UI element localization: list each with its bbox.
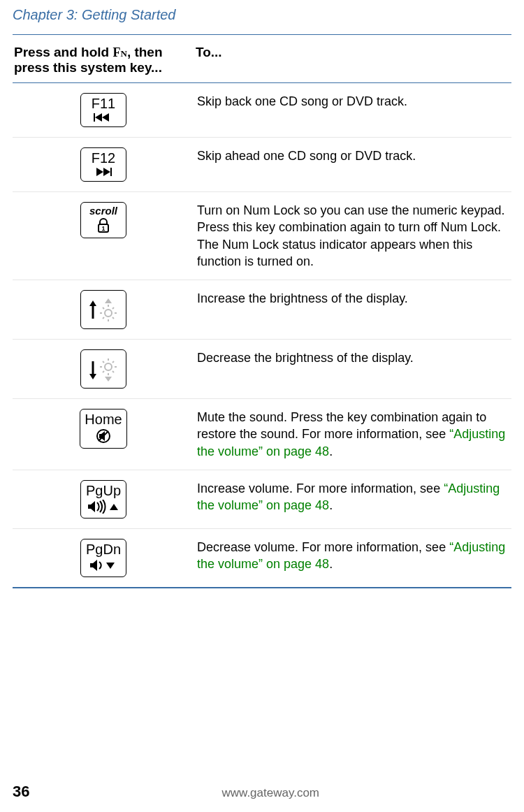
keycap-pgdn: PgDn	[80, 539, 126, 577]
keycap-scroll: scroll 1	[80, 202, 126, 238]
svg-line-30	[112, 371, 114, 372]
svg-marker-10	[105, 298, 112, 303]
key-description: Turn on Num Lock so you can use the nume…	[194, 192, 511, 280]
page-number: 36	[13, 783, 29, 801]
brightness-up-icon	[85, 298, 122, 323]
key-description: Increase the brightness of the display.	[194, 280, 511, 340]
fn-key-table: Press and hold Fn, then press this syste…	[13, 41, 511, 588]
mute-icon	[85, 428, 122, 444]
table-row: PgUp Increase volume	[13, 470, 511, 529]
svg-rect-5	[110, 168, 112, 176]
svg-line-17	[112, 307, 114, 309]
svg-line-29	[103, 371, 104, 372]
skip-forward-icon	[85, 167, 122, 177]
keycap-brightness-up	[80, 290, 126, 329]
svg-rect-0	[94, 113, 95, 122]
svg-marker-9	[89, 300, 96, 306]
volume-down-icon	[85, 558, 122, 572]
key-description: Mute the sound. Press the key combinatio…	[194, 399, 511, 470]
key-description: Decrease volume. For more information, s…	[194, 529, 511, 588]
svg-marker-21	[89, 374, 96, 379]
keycap-pgup: PgUp	[80, 480, 126, 519]
svg-point-22	[105, 363, 112, 370]
keycap-f12: F12	[80, 147, 126, 182]
page-footer: 36 www.gateway.com	[13, 783, 511, 801]
key-description: Skip ahead one CD song or DVD track.	[194, 138, 511, 192]
svg-point-11	[105, 310, 112, 317]
table-row: Decrease the brightness of the display.	[13, 340, 511, 399]
svg-line-28	[112, 361, 114, 363]
footer-url: www.gateway.com	[29, 786, 511, 800]
table-row: PgDn Decrease volume. For more informati…	[13, 529, 511, 588]
svg-marker-1	[95, 113, 102, 122]
keycap-brightness-down	[80, 349, 126, 389]
svg-marker-35	[88, 501, 95, 512]
table-row: Home Mute the sound. Press the key combi…	[13, 399, 511, 470]
top-rule	[13, 34, 511, 35]
table-row: scroll 1 Turn on Num Lock so you can use…	[13, 192, 511, 280]
chapter-header: Chapter 3: Getting Started	[13, 7, 511, 23]
svg-marker-38	[106, 563, 115, 569]
column-header-key: Press and hold Fn, then press this syste…	[13, 41, 194, 83]
table-row: Increase the brightness of the display.	[13, 280, 511, 340]
keycap-home: Home	[80, 409, 126, 449]
svg-text:1: 1	[101, 225, 105, 232]
column-header-to: To...	[194, 41, 511, 83]
numlock-icon: 1	[85, 218, 122, 233]
svg-line-18	[103, 317, 104, 319]
svg-marker-2	[102, 113, 109, 122]
svg-line-16	[103, 307, 104, 309]
key-description: Increase volume. For more information, s…	[194, 470, 511, 529]
keycap-f11: F11	[80, 93, 126, 127]
svg-marker-31	[105, 377, 112, 382]
brightness-down-icon	[85, 357, 122, 382]
volume-up-icon	[85, 500, 122, 514]
svg-marker-3	[96, 168, 103, 176]
svg-marker-4	[103, 168, 110, 176]
table-row: F12 Skip ahead one CD song or DVD track.	[13, 138, 511, 192]
key-description: Skip back one CD song or DVD track.	[194, 83, 511, 138]
svg-marker-36	[110, 504, 118, 510]
svg-line-19	[112, 317, 114, 319]
skip-back-icon	[85, 113, 122, 122]
svg-marker-37	[90, 560, 97, 571]
svg-line-27	[103, 361, 104, 363]
key-description: Decrease the brightness of the display.	[194, 340, 511, 399]
table-row: F11 Skip back one CD song or DVD track.	[13, 83, 511, 138]
